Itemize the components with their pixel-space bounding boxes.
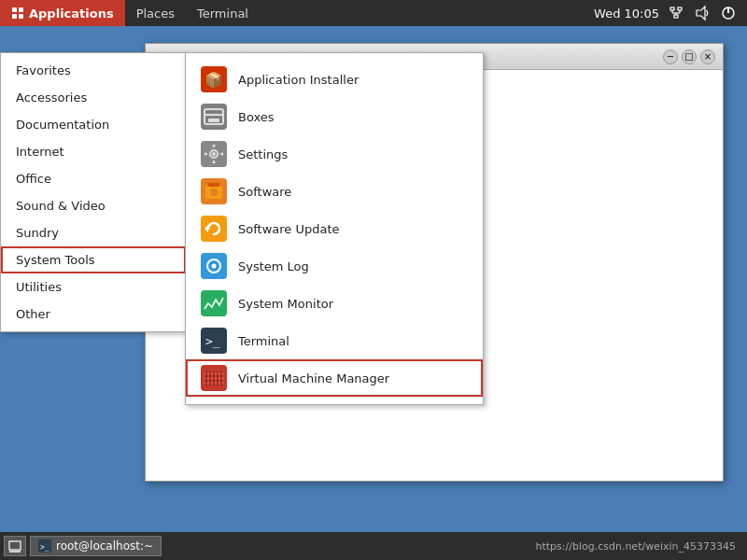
top-panel: Applications Places Terminal Wed 10:05	[0, 0, 747, 26]
svg-point-22	[212, 152, 216, 156]
applications-menu-button[interactable]: Applications	[0, 0, 125, 26]
top-panel-right: Wed 10:05	[594, 4, 747, 22]
svg-rect-42	[217, 371, 218, 385]
taskbar-terminal-icon: >_	[38, 539, 51, 553]
top-panel-left: Applications Places Terminal	[0, 0, 260, 26]
svg-marker-11	[697, 7, 705, 20]
system-log-label: System Log	[238, 259, 309, 273]
system-log-icon	[201, 253, 227, 279]
terminal-button[interactable]: Terminal	[186, 0, 260, 26]
svg-text:📦: 📦	[204, 71, 223, 89]
vmm-label: Virtual Machine Manager	[238, 371, 389, 385]
category-other[interactable]: Other	[1, 301, 186, 328]
svg-rect-6	[674, 15, 678, 18]
category-internet[interactable]: Internet	[1, 138, 186, 165]
svg-rect-43	[220, 371, 222, 385]
svg-text:>_: >_	[40, 543, 49, 552]
category-documentation[interactable]: Documentation	[1, 111, 186, 138]
svg-rect-3	[19, 14, 23, 19]
minimize-button[interactable]: −	[663, 49, 678, 64]
svg-rect-25	[208, 183, 219, 187]
category-accessories[interactable]: Accessories	[1, 84, 186, 111]
submenu-settings[interactable]: Settings	[186, 135, 483, 173]
submenu-system-monitor[interactable]: System Monitor	[186, 285, 483, 322]
category-office[interactable]: Office	[1, 165, 186, 192]
system-monitor-icon	[201, 290, 227, 316]
category-menu: Favorites Accessories Documentation Inte…	[0, 52, 187, 332]
applications-icon	[11, 7, 24, 20]
category-sound-video[interactable]: Sound & Video	[1, 192, 186, 219]
terminal-icon: >_	[201, 328, 227, 354]
desktop: − □ × Favorites Accessories Documentatio…	[0, 26, 747, 532]
clock: Wed 10:05	[594, 7, 659, 21]
svg-rect-19	[208, 119, 219, 122]
svg-rect-40	[209, 371, 211, 385]
network-icon[interactable]	[667, 4, 685, 22]
svg-rect-2	[12, 14, 17, 19]
volume-icon[interactable]	[693, 4, 712, 22]
software-label: Software	[238, 185, 291, 199]
applications-label: Applications	[29, 7, 114, 21]
svg-rect-5	[678, 7, 682, 10]
software-icon	[201, 178, 227, 204]
submenu-boxes[interactable]: Boxes	[186, 98, 483, 135]
app-installer-label: Application Installer	[238, 73, 359, 87]
software-update-icon	[201, 216, 227, 242]
submenu-system-log[interactable]: System Log	[186, 247, 483, 285]
svg-rect-44	[9, 541, 21, 550]
svg-rect-4	[670, 7, 674, 10]
category-utilities[interactable]: Utilities	[1, 273, 186, 301]
svg-rect-1	[19, 7, 23, 12]
app-installer-icon: 📦	[201, 66, 227, 92]
submenu-software-update[interactable]: Software Update	[186, 210, 483, 247]
submenu-vmm[interactable]: Virtual Machine Manager	[186, 359, 483, 397]
boxes-icon	[201, 104, 227, 130]
taskbar: >_ root@localhost:~ https://blog.csdn.ne…	[0, 532, 747, 560]
svg-text:>_: >_	[205, 334, 220, 348]
boxes-label: Boxes	[238, 110, 275, 124]
submenu-app-installer[interactable]: 📦 Application Installer	[186, 61, 483, 98]
category-favorites[interactable]: Favorites	[1, 57, 186, 84]
submenu: 📦 Application Installer Boxes	[185, 52, 484, 405]
maximize-button[interactable]: □	[682, 49, 697, 64]
vmm-icon	[201, 365, 227, 391]
svg-point-26	[210, 189, 218, 196]
svg-rect-0	[12, 7, 17, 12]
show-desktop-button[interactable]	[4, 536, 26, 556]
svg-rect-39	[205, 371, 207, 385]
menu-overlay: Favorites Accessories Documentation Inte…	[0, 26, 495, 502]
category-sundry[interactable]: Sundry	[1, 219, 186, 246]
svg-point-31	[212, 264, 217, 269]
software-update-label: Software Update	[238, 222, 340, 236]
submenu-software[interactable]: Software	[186, 173, 483, 210]
places-button[interactable]: Places	[125, 0, 186, 26]
show-desktop-icon	[8, 539, 21, 553]
power-icon[interactable]	[719, 4, 738, 22]
settings-label: Settings	[238, 147, 288, 161]
taskbar-url: https://blog.csdn.net/weixin_45373345	[535, 540, 743, 553]
terminal-label: Terminal	[238, 334, 289, 348]
settings-icon	[201, 141, 227, 167]
system-monitor-label: System Monitor	[238, 297, 333, 311]
category-system-tools[interactable]: System Tools	[1, 246, 186, 273]
submenu-terminal[interactable]: >_ Terminal	[186, 322, 483, 359]
taskbar-terminal-button[interactable]: >_ root@localhost:~	[30, 536, 162, 556]
close-button[interactable]: ×	[700, 49, 715, 64]
taskbar-terminal-label: root@localhost:~	[56, 539, 153, 553]
svg-rect-41	[213, 371, 215, 385]
